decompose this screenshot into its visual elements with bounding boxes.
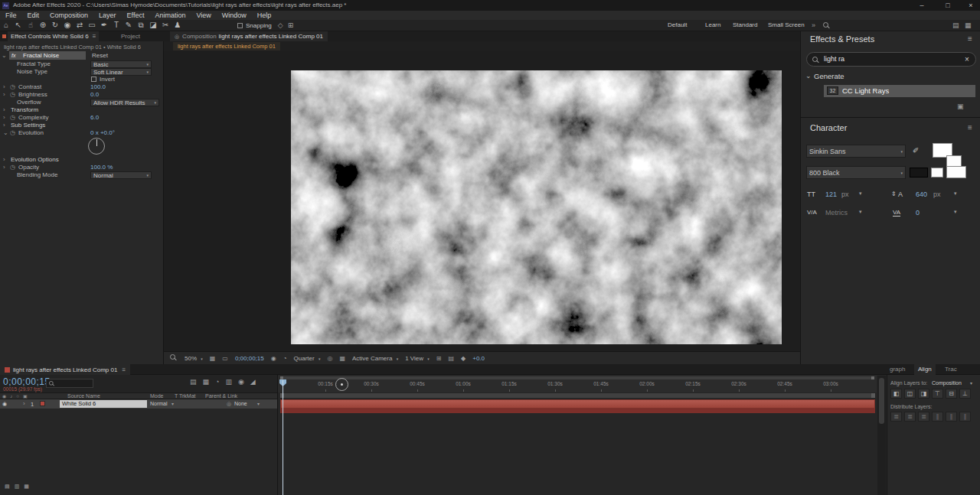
align-center-vertical-button[interactable]: ⊟	[946, 389, 957, 399]
stroke-width-box[interactable]	[910, 168, 928, 177]
snapshot-icon[interactable]: ◉	[271, 355, 276, 362]
layer-label-color-chip[interactable]	[40, 401, 45, 406]
expand-in-out-icon[interactable]: ▦	[24, 484, 29, 490]
expander-icon[interactable]: ›	[3, 91, 5, 99]
snapping-checkbox[interactable]	[237, 23, 243, 28]
align-bottom-button[interactable]: ⊥	[959, 389, 971, 399]
zoom-tool[interactable]: ⊕	[37, 20, 49, 31]
effect-name[interactable]: Fractal Noise	[23, 52, 59, 60]
workspace-standard[interactable]: Standard	[733, 20, 757, 31]
stopwatch-icon[interactable]: ◷	[10, 129, 15, 137]
menu-layer[interactable]: Layer	[93, 11, 122, 19]
align-layers-to-dropdown[interactable]: Composition	[932, 380, 962, 386]
home-tool[interactable]: ⌂	[0, 20, 12, 31]
close-button[interactable]: ×	[965, 0, 977, 11]
navigator-comp-button[interactable]: light rays after effects Linked Comp 01	[173, 42, 280, 50]
time-navigator-bar[interactable]	[280, 376, 874, 379]
orbit-tool[interactable]: ↻	[49, 20, 61, 31]
menu-animation[interactable]: Animation	[149, 11, 191, 19]
frame-blending-icon[interactable]: ▥	[225, 378, 232, 386]
align-center-horizontal-button[interactable]: ◫	[904, 389, 916, 399]
leading-value[interactable]: 640	[916, 191, 927, 198]
pan-behind-tool[interactable]: ⇄	[74, 20, 86, 31]
fast-previews-icon[interactable]: ▤	[449, 355, 455, 362]
work-area-bar[interactable]	[280, 393, 875, 398]
snap-shape-icon[interactable]: ◇	[278, 21, 283, 29]
camera-tool[interactable]: ◉	[61, 20, 74, 31]
tab-align[interactable]: Align	[914, 364, 936, 375]
menu-view[interactable]: View	[191, 11, 216, 19]
current-time-display[interactable]: 0;00;00;15	[3, 376, 51, 387]
hide-shy-layers-icon[interactable]: ◔	[215, 378, 219, 386]
stopwatch-icon[interactable]: ◷	[10, 164, 15, 171]
minimize-button[interactable]: –	[916, 0, 928, 11]
type-tool[interactable]: T	[110, 20, 122, 31]
layer-visibility-icon[interactable]: ◉	[2, 401, 7, 407]
menu-help[interactable]: Help	[252, 11, 277, 19]
hand-tool[interactable]: ☝	[24, 20, 37, 31]
workspace-overflow[interactable]: »	[812, 20, 815, 31]
graph-editor-icon[interactable]: ◢	[250, 378, 256, 386]
effect-result-row[interactable]: 32 CC Light Rays	[824, 85, 975, 97]
layer-duration-bar[interactable]	[280, 399, 875, 409]
workspace-learn[interactable]: Learn	[705, 20, 720, 31]
expander-icon[interactable]: ›	[3, 114, 5, 122]
motion-blur-icon[interactable]: ◉	[238, 378, 244, 386]
brush-tool[interactable]: ✎	[122, 20, 135, 31]
draft-3d-icon[interactable]: ▦	[203, 378, 210, 386]
panel-menu-icon[interactable]: ≡	[93, 33, 96, 40]
tab-tracker-partial[interactable]: Trac	[945, 364, 957, 375]
layer-expander-icon[interactable]: ›	[23, 400, 25, 407]
expander-icon[interactable]: ⌄	[3, 129, 8, 137]
panel-menu-icon[interactable]: ≡	[968, 34, 972, 43]
work-area-end-handle[interactable]	[871, 393, 875, 398]
tracking-value[interactable]: 0	[916, 209, 920, 217]
parent-dropdown[interactable]: None	[234, 401, 247, 406]
workspace-search-icon[interactable]	[823, 22, 831, 30]
zoom-level-dropdown[interactable]: 50% ▾	[185, 355, 203, 362]
mask-visibility-icon[interactable]: ▭	[222, 355, 228, 362]
group-label[interactable]: Evolution Options	[11, 156, 59, 164]
workspace-default[interactable]: Default	[668, 20, 687, 31]
show-snapshot-icon[interactable]: ◔	[283, 355, 287, 362]
viewer-lock-icon[interactable]: ◎	[175, 34, 179, 40]
evolution-dial[interactable]	[88, 138, 105, 155]
timeline-search-box[interactable]	[46, 379, 93, 388]
align-top-button[interactable]: ⊤	[932, 389, 943, 399]
menu-composition[interactable]: Composition	[44, 11, 93, 19]
noise-type-dropdown[interactable]: Soft Linear ▾	[90, 68, 152, 76]
magnification-icon[interactable]	[170, 354, 178, 362]
distribute-left-button[interactable]: ∥	[932, 412, 943, 422]
workspace-layout-icon[interactable]: ▦	[965, 20, 972, 31]
shape-tool[interactable]: ▭	[86, 20, 98, 31]
column-source-name[interactable]: Source Name	[67, 393, 100, 399]
search-input-value[interactable]: light ra	[824, 53, 844, 66]
selection-tool[interactable]: ↖	[12, 20, 24, 31]
viewer-timecode[interactable]: 0;00;00;15	[235, 355, 264, 362]
eyedropper-icon[interactable]: ✐	[913, 146, 919, 155]
opacity-value[interactable]: 100.0 %	[90, 164, 113, 171]
effect-expander-icon[interactable]: ⌄	[2, 52, 7, 60]
align-left-button[interactable]: ◧	[890, 389, 902, 399]
overflow-dropdown[interactable]: Allow HDR Results ▾	[90, 99, 159, 106]
eraser-tool[interactable]: ◪	[147, 20, 159, 31]
align-to-caret-icon[interactable]: ▾	[970, 380, 972, 386]
expander-icon[interactable]: ›	[3, 156, 5, 164]
column-mode[interactable]: Mode	[150, 393, 164, 399]
panel-menu-icon[interactable]: ≡	[122, 366, 126, 373]
expander-icon[interactable]: ›	[3, 83, 5, 91]
camera-view-dropdown[interactable]: Active Camera ▾	[352, 355, 398, 362]
distribute-bottom-button[interactable]: ≣	[918, 412, 929, 422]
blending-mode-dropdown[interactable]: Normal ▾	[90, 171, 152, 179]
category-generate-label[interactable]: Generate	[814, 72, 844, 80]
workspace-panels-icon[interactable]: ▤	[952, 20, 959, 31]
stopwatch-icon[interactable]: ◷	[10, 114, 15, 122]
effect-result-label[interactable]: CC Light Rays	[842, 85, 889, 97]
tab-project[interactable]: Project	[121, 31, 140, 41]
scrollbar-thumb[interactable]	[879, 378, 884, 424]
layer-name-cell[interactable]: White Solid 6	[60, 400, 147, 408]
panel-corner-icon[interactable]: ▣	[957, 103, 964, 110]
font-size-value[interactable]: 121	[825, 191, 837, 198]
timeline-vertical-scrollbar[interactable]	[877, 376, 886, 495]
snap-grid-icon[interactable]: ⊞	[288, 21, 294, 29]
